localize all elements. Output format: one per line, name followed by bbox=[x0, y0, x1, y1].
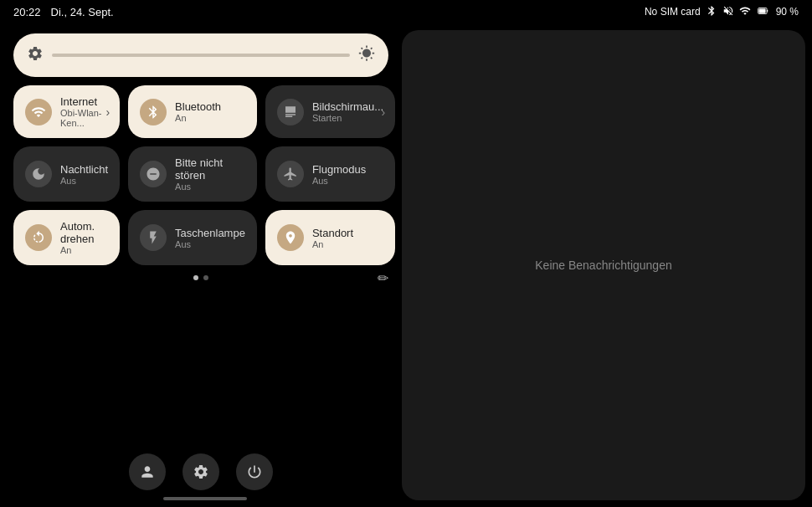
svg-rect-1 bbox=[758, 8, 765, 13]
status-right: No SIM card 90 % bbox=[645, 5, 799, 19]
bluetooth-icon bbox=[140, 99, 167, 125]
nav-bar bbox=[0, 490, 410, 507]
chevron-icon-bildschirm[interactable]: › bbox=[381, 105, 385, 119]
battery-icon bbox=[756, 5, 771, 19]
brightness-icon[interactable] bbox=[358, 45, 375, 66]
tile-nachtlicht[interactable]: NachtlichtAus bbox=[13, 146, 120, 202]
plane-icon bbox=[277, 161, 304, 187]
tile-text-flugmodus: FlugmodusAus bbox=[312, 163, 366, 186]
dots-row: ✏ bbox=[13, 275, 388, 280]
tile-sublabel-taschenlampe: Aus bbox=[175, 239, 245, 249]
no-notifications-label: Keine Benachrichtigungen bbox=[535, 259, 671, 272]
tile-flugmodus[interactable]: FlugmodusAus bbox=[265, 146, 395, 202]
sim-status: No SIM card bbox=[645, 6, 701, 18]
user-button[interactable] bbox=[129, 453, 166, 490]
tile-autodrehen[interactable]: Autom. drehenAn bbox=[13, 210, 120, 265]
settings-icon[interactable] bbox=[27, 45, 44, 66]
tile-label-bitte: Bitte nicht stören bbox=[175, 156, 245, 182]
signal-icon bbox=[739, 5, 751, 19]
brightness-slider[interactable] bbox=[52, 54, 350, 57]
brightness-row[interactable] bbox=[13, 33, 388, 77]
battery-percent: 90 % bbox=[776, 6, 799, 18]
tile-label-bluetooth: Bluetooth bbox=[175, 100, 221, 113]
edit-icon[interactable]: ✏ bbox=[378, 270, 388, 286]
chevron-icon-internet[interactable]: › bbox=[105, 105, 110, 119]
svg-rect-2 bbox=[767, 9, 768, 11]
wifi-icon bbox=[25, 99, 52, 125]
tile-text-autodrehen: Autom. drehenAn bbox=[60, 220, 108, 255]
tile-sublabel-bildschirm: Starten bbox=[312, 113, 383, 123]
tile-standort[interactable]: StandortAn bbox=[265, 210, 395, 265]
tile-sublabel-autodrehen: An bbox=[60, 245, 108, 255]
tile-text-nachtlicht: NachtlichtAus bbox=[60, 163, 108, 186]
tiles-grid: InternetObi-Wlan-Ken...›BluetoothAnBilds… bbox=[13, 85, 388, 265]
status-bar: 20:22 Di., 24. Sept. No SIM card 90 % bbox=[0, 0, 812, 23]
tile-sublabel-flugmodus: Aus bbox=[312, 176, 366, 186]
moon-icon bbox=[25, 161, 52, 187]
tile-bildschirm[interactable]: Bildschirmau...Starten› bbox=[265, 85, 395, 138]
status-date: Di., 24. Sept. bbox=[51, 6, 114, 18]
status-time: 20:22 bbox=[13, 6, 41, 18]
tile-text-bildschirm: Bildschirmau...Starten bbox=[312, 100, 383, 123]
tile-label-standort: Standort bbox=[312, 227, 353, 239]
dot-2 bbox=[203, 275, 208, 280]
location-icon bbox=[277, 224, 304, 251]
tile-text-standort: StandortAn bbox=[312, 227, 353, 249]
tile-text-bitte: Bitte nicht störenAus bbox=[175, 156, 245, 192]
mute-icon bbox=[722, 5, 734, 19]
tile-sublabel-bitte: Aus bbox=[175, 182, 245, 192]
nav-handle bbox=[163, 497, 247, 500]
dot-1 bbox=[193, 275, 198, 280]
tile-sublabel-bluetooth: An bbox=[175, 113, 221, 123]
tile-label-taschenlampe: Taschenlampe bbox=[175, 227, 245, 239]
notification-panel: Keine Benachrichtigungen bbox=[402, 30, 805, 500]
power-button[interactable] bbox=[236, 453, 273, 490]
tile-text-internet: InternetObi-Wlan-Ken... bbox=[60, 95, 108, 128]
rotate-icon bbox=[25, 224, 52, 251]
tile-label-autodrehen: Autom. drehen bbox=[60, 220, 108, 245]
tile-text-bluetooth: BluetoothAn bbox=[175, 100, 221, 123]
main-layout: InternetObi-Wlan-Ken...›BluetoothAnBilds… bbox=[0, 23, 812, 507]
quick-settings-panel: InternetObi-Wlan-Ken...›BluetoothAnBilds… bbox=[0, 23, 402, 507]
settings-button[interactable] bbox=[182, 453, 219, 490]
tile-sublabel-standort: An bbox=[312, 239, 353, 249]
tile-bluetooth[interactable]: BluetoothAn bbox=[128, 85, 257, 138]
screen-icon bbox=[277, 99, 304, 125]
tile-sublabel-nachtlicht: Aus bbox=[60, 176, 108, 186]
bluetooth-status-icon bbox=[706, 5, 717, 19]
tile-label-nachtlicht: Nachtlicht bbox=[60, 163, 108, 176]
tile-taschenlampe[interactable]: TaschenlampeAus bbox=[128, 210, 257, 265]
tile-internet[interactable]: InternetObi-Wlan-Ken...› bbox=[13, 85, 120, 138]
minus-circle-icon bbox=[140, 161, 167, 187]
tile-bitte[interactable]: Bitte nicht störenAus bbox=[128, 146, 257, 202]
tile-label-bildschirm: Bildschirmau... bbox=[312, 100, 383, 113]
tile-label-internet: Internet bbox=[60, 95, 108, 108]
tile-sublabel-internet: Obi-Wlan-Ken... bbox=[60, 108, 108, 128]
status-left: 20:22 Di., 24. Sept. bbox=[13, 6, 114, 18]
tile-label-flugmodus: Flugmodus bbox=[312, 163, 366, 176]
tile-text-taschenlampe: TaschenlampeAus bbox=[175, 227, 245, 249]
flashlight-icon bbox=[140, 224, 167, 251]
